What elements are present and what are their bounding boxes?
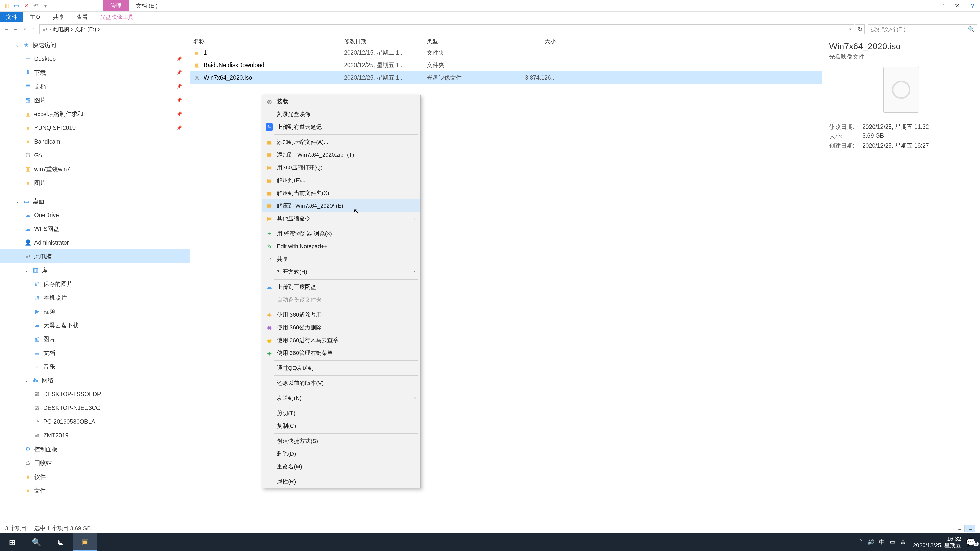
ctx-open360[interactable]: ▣用360压缩打开(Q) [262, 161, 420, 174]
tree-gdrive[interactable]: ⛁G:\ [0, 148, 189, 162]
ribbon-isotools[interactable]: 光盘映像工具 [94, 12, 140, 22]
crumb-dropdown-icon[interactable]: ▾ [849, 27, 851, 32]
ctx-extractname[interactable]: ▣解压到 Win7x64_2020\ (E) [262, 200, 420, 212]
tree-yunqishi[interactable]: ▣YUNQISHI2019📌 [0, 121, 189, 135]
ctx-addzipn[interactable]: ▣添加到 "Win7x64_2020.zip" (T) [262, 148, 420, 161]
tree-excel[interactable]: ▣excel表格制作求和📌 [0, 107, 189, 121]
tree-lib[interactable]: ⌄▥库 [0, 263, 189, 277]
tree-recycle[interactable]: ♺回收站 [0, 456, 189, 470]
ctx-properties[interactable]: 属性(R) [262, 475, 420, 488]
col-name[interactable]: 名称 [190, 38, 340, 45]
ctx-extracthere[interactable]: ▣解压到当前文件夹(X) [262, 187, 420, 200]
close-button[interactable]: ✕ [950, 0, 965, 11]
tree-d1[interactable]: 🖳DESKTOP-LSSOEDP [0, 387, 189, 401]
tree-thispc[interactable]: 🖳此电脑 [0, 249, 189, 263]
ctx-openwith[interactable]: 打开方式(H)› [262, 265, 420, 278]
ctx-delete[interactable]: 删除(D) [262, 448, 420, 460]
tree-soft[interactable]: ▣软件 [0, 470, 189, 484]
system-tray[interactable]: ˄ 🔊 中 ▭ 🖧 [856, 538, 910, 546]
ribbon-share[interactable]: 共享 [47, 12, 70, 22]
maximize-button[interactable]: ▢ [934, 0, 950, 11]
ctx-qq[interactable]: 通过QQ发送到 [262, 362, 420, 375]
ctx-360-unlock[interactable]: ◉使用 360解除占用 [262, 308, 420, 321]
search-input[interactable]: 搜索"文档 (E:)" 🔍 [868, 24, 977, 34]
qat-undo-icon[interactable]: ↶ [32, 2, 39, 10]
tray-volume-icon[interactable]: 🔊 [867, 539, 874, 545]
file-row-selected[interactable]: ◎Win7x64_2020.iso 2020/12/25, 星期五 1...光盘… [190, 71, 822, 84]
ctx-360-delete[interactable]: ◉使用 360强力删除 [262, 321, 420, 334]
nav-up[interactable]: ↑ [30, 26, 38, 33]
tree-onedrive[interactable]: ☁OneDrive [0, 208, 189, 222]
ribbon-file[interactable]: 文件 [0, 12, 24, 22]
col-type[interactable]: 类型 [423, 38, 495, 45]
tray-ime[interactable]: 中 [879, 538, 885, 546]
ctx-copy[interactable]: 复制(C) [262, 420, 420, 432]
ctx-extractto[interactable]: ▣解压到(F)... [262, 174, 420, 187]
taskbar-search[interactable]: 🔍 [24, 533, 48, 551]
nav-forward[interactable]: → [12, 26, 19, 33]
col-size[interactable]: 大小 [495, 38, 561, 45]
minimize-button[interactable]: — [919, 0, 934, 11]
help-button[interactable]: ? [965, 0, 980, 11]
ctx-shortcut[interactable]: 创建快捷方式(S) [262, 435, 420, 448]
ctx-youdao[interactable]: ✎上传到有道云笔记 [262, 121, 420, 133]
tree-pictures[interactable]: ▧图片📌 [0, 94, 189, 107]
tree-d2[interactable]: 🖳DESKTOP-NJEU3CG [0, 401, 189, 415]
tree-d3[interactable]: 🖳PC-20190530OBLA [0, 415, 189, 429]
tree-win7re[interactable]: ▣win7重装win7 [0, 162, 189, 176]
ctx-bee[interactable]: ✦用 蜂蜜浏览器 浏览(3) [262, 227, 420, 240]
ctx-360-menu[interactable]: ◉使用 360管理右键菜单 [262, 347, 420, 359]
tree-savedpics[interactable]: ▧保存的图片 [0, 277, 189, 291]
tree-music[interactable]: ♪音乐 [0, 360, 189, 373]
qat-delete-icon[interactable]: ✕ [22, 2, 30, 10]
qat-dropdown-icon[interactable]: ▾ [42, 2, 49, 10]
file-row[interactable]: ▣1 2020/12/15, 星期二 1...文件夹 [190, 46, 822, 59]
ctx-restore[interactable]: 还原以前的版本(V) [262, 377, 420, 389]
qat-properties-icon[interactable]: ▭ [13, 2, 20, 10]
ctx-mount[interactable]: ◎装载 [262, 95, 420, 108]
ctx-360-scan[interactable]: ◉使用 360进行木马云查杀 [262, 334, 420, 347]
tree-bandicam[interactable]: ▣Bandicam [0, 135, 189, 148]
crumb-loc[interactable]: 文档 (E:) [75, 25, 97, 33]
ctx-share[interactable]: ↗共享 [262, 253, 420, 265]
tree-downloads[interactable]: ⬇下载📌 [0, 66, 189, 79]
ribbon-view[interactable]: 查看 [70, 12, 94, 22]
action-center[interactable]: 💬3 [965, 533, 980, 551]
tree-videos[interactable]: ▶视频 [0, 305, 189, 318]
tree-files[interactable]: ▣文件 [0, 484, 189, 497]
ctx-rename[interactable]: 重命名(M) [262, 460, 420, 473]
taskbar-explorer[interactable]: ▣ [73, 533, 97, 551]
tree-localpics[interactable]: ▧本机照片 [0, 291, 189, 305]
tree-tianyi[interactable]: ☁天翼云盘下载 [0, 318, 189, 332]
titlebar-tooltab[interactable]: 管理 [103, 0, 129, 11]
file-row[interactable]: ▣BaiduNetdiskDownload 2020/12/25, 星期五 1.… [190, 59, 822, 71]
tree-pictures2[interactable]: ▣图片 [0, 176, 189, 190]
taskbar-clock[interactable]: 16:32 2020/12/25, 星期五 [910, 535, 965, 549]
tree-desk[interactable]: ⌄▭桌面 [0, 194, 189, 208]
start-button[interactable]: ⊞ [0, 533, 24, 551]
crumb-pc[interactable]: 此电脑 [52, 25, 69, 33]
ctx-baidu[interactable]: ☁上传到百度网盘 [262, 281, 420, 293]
tree-network[interactable]: ⌄🖧网络 [0, 373, 189, 387]
taskview-button[interactable]: ⧉ [48, 533, 73, 551]
refresh-button[interactable]: ↻ [856, 24, 865, 34]
tree-quickaccess[interactable]: ⌄★快速访问 [0, 38, 189, 52]
tray-ime-icon[interactable]: ▭ [890, 539, 895, 545]
tray-chevron-icon[interactable]: ˄ [859, 539, 862, 545]
tree-cpanel[interactable]: ⚙控制面板 [0, 442, 189, 456]
tray-network-icon[interactable]: 🖧 [900, 539, 906, 545]
breadcrumb[interactable]: 🖳 › 此电脑 › 文档 (E:) › ▾ [39, 24, 854, 34]
tree-admin[interactable]: 👤Administrator [0, 236, 189, 249]
col-date[interactable]: 修改日期 [340, 38, 423, 45]
tree-d4[interactable]: 🖳ZMT2019 [0, 429, 189, 442]
ctx-sendto[interactable]: 发送到(N)› [262, 392, 420, 405]
tree-docs3[interactable]: ▤文档 [0, 346, 189, 360]
tree-documents[interactable]: ▤文档📌 [0, 79, 189, 94]
tree-desktop[interactable]: ▭Desktop📌 [0, 52, 189, 66]
ctx-addzip[interactable]: ▣添加到压缩文件(A)... [262, 136, 420, 148]
ctx-cut[interactable]: 剪切(T) [262, 407, 420, 420]
ctx-npp[interactable]: ✎Edit with Notepad++ [262, 240, 420, 253]
tree-wps[interactable]: ☁WPS网盘 [0, 222, 189, 236]
ctx-otherzip[interactable]: ▣其他压缩命令› [262, 212, 420, 225]
view-details[interactable]: ☰ [965, 525, 975, 532]
